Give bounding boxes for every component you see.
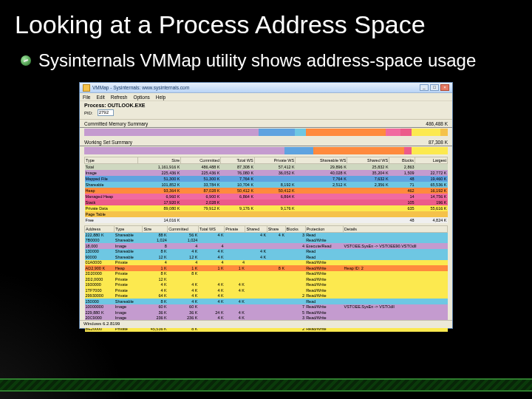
- table-row[interactable]: Heap93,364 K87,028 K50,412 K50,412 K4621…: [85, 188, 448, 194]
- app-icon: [83, 84, 90, 92]
- table-row[interactable]: Image225,436 K225,436 K76,080 K36,052 K4…: [85, 170, 448, 176]
- column-header[interactable]: Largest: [415, 157, 448, 164]
- maximize-button[interactable]: □: [430, 84, 439, 91]
- menu-options[interactable]: Options: [133, 95, 149, 100]
- table-row[interactable]: 7B0000Shareable1,0241,024Read/Write: [85, 238, 448, 244]
- bullet-icon: [21, 55, 31, 66]
- column-header[interactable]: Size: [143, 225, 168, 232]
- column-header[interactable]: Type: [85, 157, 138, 164]
- toolbar: Process: OUTLOOK.EXE PID: 2792: [80, 101, 452, 120]
- table-row[interactable]: 150000Shareable8 K4 K4 K4 KRead: [85, 299, 448, 304]
- column-header[interactable]: Blocks: [285, 225, 305, 232]
- table-row[interactable]: 2D2,0000Private12 KRead/Write: [85, 276, 448, 282]
- table-row[interactable]: Stack17,920 K2,028 K105196 K: [85, 200, 448, 205]
- column-header[interactable]: Size: [138, 157, 181, 164]
- window-title: VMMap - Sysinternals: www.sysinternals.c…: [92, 85, 189, 90]
- column-header[interactable]: Protection: [305, 225, 343, 232]
- table-row[interactable]: 222,880 KShareable88 K56 K4 K4 K4 K3Read: [85, 232, 448, 238]
- column-header[interactable]: Shareable WS: [296, 157, 347, 164]
- column-header[interactable]: Shared: [245, 225, 267, 232]
- window-titlebar[interactable]: VMMap - Sysinternals: www.sysinternals.c…: [80, 83, 452, 93]
- column-header[interactable]: Share: [267, 225, 285, 232]
- ws-caption: Working Set Summary 87,308 K: [80, 138, 452, 146]
- column-header[interactable]: Type: [115, 225, 143, 232]
- pid-field[interactable]: 2792: [98, 109, 114, 116]
- column-header[interactable]: Shared WS: [347, 157, 389, 164]
- table-row[interactable]: AD2,900 KHeap1 K1 K1 K1 K8 KRead/WriteHe…: [85, 265, 448, 271]
- commit-caption: Committed Memory Summary 486,488 K: [80, 120, 452, 128]
- column-header[interactable]: Committed: [181, 157, 221, 164]
- column-header[interactable]: Total WS: [198, 225, 224, 232]
- column-header[interactable]: Blocks: [389, 157, 415, 164]
- table-row[interactable]: 229,880 KImage36 K36 K24 K4 K5Read/Write: [85, 310, 448, 316]
- pid-label: PID:: [84, 111, 93, 115]
- table-row[interactable]: Page Table: [85, 211, 448, 217]
- menu-refresh[interactable]: Refresh: [111, 95, 128, 100]
- table-row[interactable]: Shareable101,852 K33,784 K10,704 K8,192 …: [85, 182, 448, 188]
- details-table[interactable]: AddressTypeSizeCommittedTotal WSPrivateS…: [84, 225, 448, 332]
- vmmap-window: VMMap - Sysinternals: www.sysinternals.c…: [79, 82, 453, 329]
- bullet-row: Sysinternals VMMap utility shows address…: [0, 45, 532, 79]
- bullet-text: Sysinternals VMMap utility shows address…: [38, 50, 476, 72]
- table-row[interactable]: 2D20000Private8 K8 KRead/Write: [85, 271, 448, 277]
- slide-title: Looking at a Process Address Space: [0, 0, 532, 45]
- summary-table-wrap: TypeSizeCommittedTotal WSPrivate WSShare…: [84, 157, 448, 223]
- column-header[interactable]: Private WS: [254, 157, 296, 164]
- minimize-button[interactable]: _: [420, 84, 429, 91]
- table-row[interactable]: Private Data89,080 K79,912 K9,176 K9,176…: [85, 205, 448, 211]
- menubar: File Edit Refresh Options Help: [80, 93, 452, 101]
- table-row[interactable]: 01A0000Private4444Read/Write: [85, 260, 448, 266]
- menu-edit[interactable]: Edit: [96, 95, 104, 100]
- table-row[interactable]: Free14,016 K484,824 K: [85, 217, 448, 223]
- column-header[interactable]: Committed: [168, 225, 199, 232]
- column-header[interactable]: Address: [85, 225, 115, 232]
- table-row[interactable]: 1TF7000Private4 K4 K4 K4 KRead/Write: [85, 287, 448, 293]
- table-header-row: AddressTypeSizeCommittedTotal WSPrivateS…: [85, 225, 448, 232]
- process-name: OUTLOOK.EXE: [108, 103, 146, 108]
- table-row[interactable]: 18,000Image8444Execute/ReadVSTOEE.SysEn …: [85, 243, 448, 249]
- menu-file[interactable]: File: [83, 95, 90, 100]
- table-row[interactable]: 130000Shareable8 K4 K4 K4 KRead: [85, 249, 448, 255]
- column-header[interactable]: Private: [225, 225, 245, 232]
- column-header[interactable]: Details: [344, 225, 448, 232]
- details-table-wrap: AddressTypeSizeCommittedTotal WSPrivateS…: [84, 225, 448, 332]
- table-row[interactable]: 1930000Private4 K4 K4 K4 KRead/Write: [85, 282, 448, 288]
- menu-help[interactable]: Help: [156, 95, 166, 100]
- column-header[interactable]: Total WS: [220, 157, 254, 164]
- commit-membar: [84, 129, 448, 136]
- table-row[interactable]: Mapped File51,300 K51,300 K7,764 K7,764 …: [85, 176, 448, 182]
- close-button[interactable]: ×: [440, 84, 449, 91]
- footer-stripe: [0, 378, 532, 392]
- table-row[interactable]: 10000000Image60 K60 K7Read/WriteVSTOEE.S…: [85, 304, 448, 310]
- summary-table[interactable]: TypeSizeCommittedTotal WSPrivate WSShare…: [84, 157, 448, 223]
- workingset-membar: [84, 147, 448, 154]
- table-header-row: TypeSizeCommittedTotal WSPrivate WSShare…: [85, 157, 448, 164]
- process-label: Process:: [84, 103, 106, 108]
- table-row[interactable]: 90000Shareable12 K12 K4 K4 KRead: [85, 254, 448, 260]
- table-row[interactable]: Managed Heap6,960 K6,900 K6,864 K6,864 K…: [85, 194, 448, 200]
- statusbar: Windows 6.2.8199: [80, 320, 452, 328]
- table-row[interactable]: 29930000Private64 K4 K4 K2Read/Write: [85, 293, 448, 299]
- table-row[interactable]: Total1,161,916 K486,488 K87,308 K57,412 …: [85, 164, 448, 170]
